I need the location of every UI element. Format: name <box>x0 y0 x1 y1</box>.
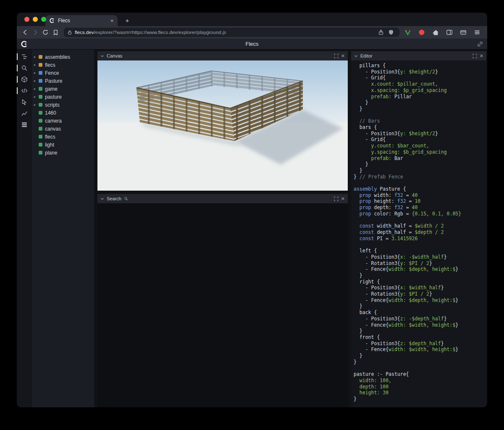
tree-item-camera[interactable]: camera <box>32 117 94 125</box>
expand-arrow-icon[interactable]: ▸ <box>34 95 39 99</box>
expand-arrow-icon[interactable]: ▸ <box>34 55 39 59</box>
rail-search-button[interactable] <box>17 64 32 72</box>
expand-arrow-icon[interactable]: ▸ <box>34 103 39 107</box>
toolbar-extensions <box>403 27 484 37</box>
browser-toolbar: flecs.dev/explorer/?wasm=https://www.fle… <box>17 26 487 39</box>
bookmark-sidebar-button[interactable] <box>50 27 60 37</box>
search-panel-body[interactable] <box>97 203 348 407</box>
extensions-puzzle-icon[interactable] <box>430 27 441 37</box>
tree-item-label: plane <box>45 150 57 156</box>
tree-item-scripts[interactable]: ▸scripts <box>32 101 94 109</box>
tree-item-label: flecs <box>45 62 55 68</box>
app-body: ▸assemblies▸flecs▸Fence▸Pasture▸game▸pas… <box>17 50 487 407</box>
tree-item-canvas[interactable]: canvas <box>32 125 94 133</box>
tree-item-pasture[interactable]: ▸pasture <box>32 93 94 101</box>
editor-panel-body: pillars { - Position3{y: $height/2} - Gr… <box>351 60 486 407</box>
editor-panel-title: Editor <box>360 53 373 58</box>
chevron-down-icon[interactable] <box>354 55 358 58</box>
brave-shield-icon[interactable] <box>386 27 396 37</box>
wallet-card-icon[interactable] <box>458 27 468 37</box>
share-link-icon[interactable] <box>477 41 483 47</box>
tree-item-light[interactable]: light <box>32 141 94 149</box>
main-column: Canvas ✕ <box>97 51 348 407</box>
search-panel-header: Search ✕ <box>97 194 348 203</box>
close-panel-icon[interactable]: ✕ <box>341 54 345 58</box>
close-panel-icon[interactable]: ✕ <box>341 197 345 201</box>
window-zoom-button[interactable] <box>41 17 46 22</box>
entity-kind-icon <box>39 119 42 123</box>
search-panel-title: Search <box>107 196 121 201</box>
green-v-extension-icon[interactable] <box>403 27 413 37</box>
expand-arrow-icon[interactable]: ▸ <box>34 79 39 83</box>
chevron-down-icon[interactable] <box>100 55 104 58</box>
share-icon[interactable] <box>376 27 386 37</box>
entity-tree-panel: ▸assemblies▸flecs▸Fence▸Pasture▸game▸pas… <box>32 50 94 407</box>
rail-scene-canvas-button[interactable] <box>17 76 32 83</box>
url-path: /explorer/?wasm=https://www.flecs.dev/ex… <box>94 30 226 35</box>
browser-tab[interactable]: Flecs ✕ <box>45 15 118 26</box>
tree-item-1460[interactable]: 1460 <box>32 109 94 117</box>
entity-kind-icon <box>39 87 42 91</box>
menu-hamburger-icon[interactable] <box>472 27 482 37</box>
back-button[interactable] <box>20 27 30 37</box>
close-panel-icon[interactable]: ✕ <box>480 54 483 58</box>
entity-tree-list: ▸assemblies▸flecs▸Fence▸Pasture▸game▸pas… <box>32 53 94 157</box>
entity-kind-icon <box>39 71 42 75</box>
tree-item-label: game <box>45 86 58 92</box>
entity-kind-icon <box>39 63 42 67</box>
rail-inspector-button[interactable] <box>17 98 32 106</box>
tree-item-label: light <box>45 142 54 148</box>
fullscreen-icon[interactable] <box>334 54 339 58</box>
editor-panel: Editor ✕ pillars { - Position3{y: $heigh… <box>351 51 486 407</box>
window-minimize-button[interactable] <box>33 17 38 22</box>
editor-panel-header: Editor ✕ <box>351 51 486 60</box>
canvas-3d-scene[interactable] <box>97 60 348 191</box>
entity-kind-icon <box>39 143 42 147</box>
rail-code-editor-button[interactable] <box>17 87 32 94</box>
flecs-favicon <box>49 18 55 24</box>
tree-item-flecs[interactable]: flecs <box>32 133 94 141</box>
tree-item-game[interactable]: ▸game <box>32 85 94 93</box>
expand-arrow-icon[interactable]: ▸ <box>34 71 39 75</box>
tree-item-label: pasture <box>45 94 62 100</box>
tree-item-label: Fence <box>45 70 59 76</box>
entity-kind-icon <box>39 79 42 83</box>
flecs-explorer-app: Flecs <box>17 39 487 407</box>
window-close-button[interactable] <box>24 17 29 22</box>
editor-code[interactable]: pillars { - Position3{y: $height/2} - Gr… <box>351 60 486 402</box>
entity-kind-icon <box>39 151 42 155</box>
tree-item-assemblies[interactable]: ▸assemblies <box>32 53 94 61</box>
rail-data-tables-button[interactable] <box>17 121 32 128</box>
rail-entity-tree-button[interactable] <box>17 53 32 60</box>
canvas-panel-body <box>97 60 348 191</box>
browser-window: Flecs ✕ + flecs.dev/explorer/?wasm=https… <box>17 13 487 407</box>
chevron-down-icon[interactable] <box>100 197 104 200</box>
entity-kind-icon <box>39 103 42 107</box>
entity-kind-icon <box>39 127 42 131</box>
expand-arrow-icon[interactable]: ▸ <box>34 87 39 91</box>
entity-kind-icon <box>39 55 42 59</box>
sidebar-panel-icon[interactable] <box>444 27 454 37</box>
expand-arrow-icon[interactable]: ▸ <box>34 63 39 67</box>
red-dot-extension-icon[interactable] <box>417 27 427 37</box>
tree-item-Pasture[interactable]: ▸Pasture <box>32 77 94 85</box>
tree-item-plane[interactable]: plane <box>32 149 94 157</box>
canvas-panel-header: Canvas ✕ <box>97 51 348 60</box>
fullscreen-icon[interactable] <box>334 197 339 201</box>
tree-item-flecs[interactable]: ▸flecs <box>32 61 94 69</box>
forward-button[interactable] <box>30 27 40 37</box>
address-bar[interactable]: flecs.dev/explorer/?wasm=https://www.fle… <box>64 28 399 37</box>
search-icon <box>124 197 128 201</box>
tree-item-label: canvas <box>45 126 61 132</box>
entity-kind-icon <box>39 111 42 115</box>
tree-item-label: scripts <box>45 102 60 108</box>
fullscreen-icon[interactable] <box>472 54 477 58</box>
canvas-panel-title: Canvas <box>107 53 122 58</box>
tab-close-icon[interactable]: ✕ <box>110 18 114 23</box>
new-tab-button[interactable]: + <box>123 17 132 24</box>
rail-statistics-button[interactable] <box>17 110 32 117</box>
app-header: Flecs <box>17 39 487 50</box>
tree-item-label: assemblies <box>45 54 70 60</box>
reload-button[interactable] <box>40 27 50 37</box>
tree-item-Fence[interactable]: ▸Fence <box>32 69 94 77</box>
